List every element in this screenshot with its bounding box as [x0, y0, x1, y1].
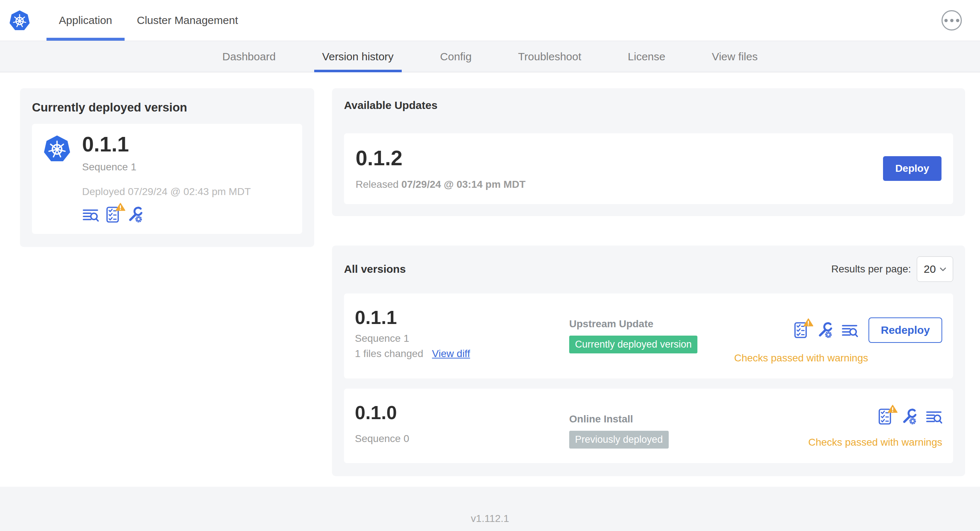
- status-badge: Currently deployed version: [569, 335, 697, 353]
- config-icon[interactable]: [817, 322, 834, 339]
- checks-status-text: Checks passed with warnings: [734, 352, 868, 364]
- results-per-page-select[interactable]: 20: [917, 256, 953, 282]
- ellipsis-icon: [944, 19, 948, 22]
- all-versions-title: All versions: [344, 263, 406, 275]
- redeploy-button[interactable]: Redeploy: [869, 318, 942, 343]
- currently-deployed-title: Currently deployed version: [32, 100, 302, 114]
- config-icon[interactable]: [901, 408, 918, 425]
- app-logo: [9, 0, 30, 41]
- warning-icon: [803, 318, 813, 327]
- update-released-line: Released 07/29/24 @ 03:14 pm MDT: [356, 179, 526, 190]
- config-icon[interactable]: [127, 206, 144, 223]
- current-version-sequence: Sequence 1: [82, 161, 251, 173]
- top-bar: Application Cluster Management: [0, 0, 980, 41]
- preflight-checks-warning-icon[interactable]: [105, 206, 121, 223]
- row-sequence: Sequence 1: [355, 333, 569, 344]
- tab-config[interactable]: Config: [432, 41, 480, 72]
- checks-status-text: Checks passed with warnings: [808, 437, 942, 448]
- warning-icon: [888, 404, 897, 413]
- tab-application[interactable]: Application: [46, 0, 124, 41]
- top-tabs: Application Cluster Management: [46, 0, 250, 41]
- files-changed-label: 1 files changed: [355, 348, 423, 359]
- tab-application-label: Application: [59, 14, 112, 27]
- row-version-number: 0.1.0: [355, 403, 569, 422]
- tab-view-files[interactable]: View files: [704, 41, 766, 72]
- tab-dashboard[interactable]: Dashboard: [214, 41, 284, 72]
- tab-license[interactable]: License: [620, 41, 673, 72]
- tab-version-history[interactable]: Version history: [314, 41, 402, 72]
- console-version: v1.112.1: [471, 513, 509, 531]
- chevron-down-icon: [938, 264, 948, 274]
- logs-icon[interactable]: [926, 408, 942, 425]
- logs-icon[interactable]: [82, 206, 99, 223]
- version-row: 0.1.1 Sequence 1 1 files changed View di…: [344, 294, 953, 378]
- app-subnav: Dashboard Version history Config Trouble…: [0, 41, 980, 72]
- current-version-deployed-date: Deployed 07/29/24 @ 02:43 pm MDT: [82, 186, 251, 197]
- version-source-label: Online Install: [569, 413, 669, 425]
- version-row: 0.1.0 Sequence 0 Online Install Previous…: [344, 389, 953, 463]
- row-version-number: 0.1.1: [355, 308, 569, 327]
- more-options-button[interactable]: [942, 10, 962, 30]
- logs-icon[interactable]: [841, 322, 858, 339]
- tab-troubleshoot[interactable]: Troubleshoot: [510, 41, 589, 72]
- tab-cluster-management[interactable]: Cluster Management: [124, 0, 250, 41]
- deploy-button[interactable]: Deploy: [883, 156, 942, 181]
- row-sequence: Sequence 0: [355, 433, 569, 445]
- tab-cluster-management-label: Cluster Management: [137, 14, 238, 27]
- update-version-number: 0.1.2: [356, 147, 526, 169]
- available-updates-card: Available Updates 0.1.2 Released 07/29/2…: [332, 88, 965, 216]
- page-footer: v1.112.1: [0, 487, 980, 531]
- preflight-checks-warning-icon[interactable]: [877, 408, 894, 425]
- preflight-checks-warning-icon[interactable]: [792, 322, 809, 339]
- available-update-row: 0.1.2 Released 07/29/24 @ 03:14 pm MDT D…: [344, 133, 953, 204]
- warning-icon: [116, 202, 125, 211]
- kubernetes-app-icon: [43, 134, 71, 163]
- status-badge: Previously deployed: [569, 431, 669, 448]
- available-updates-title: Available Updates: [344, 99, 953, 111]
- kubernetes-logo-icon: [9, 9, 30, 32]
- version-source-label: Upstream Update: [569, 318, 697, 330]
- currently-deployed-card: Currently deployed version 0.1.1 Sequenc…: [20, 88, 314, 247]
- all-versions-card: All versions Results per page: 20 0.1.1 …: [332, 245, 965, 476]
- view-diff-link[interactable]: View diff: [432, 348, 470, 359]
- currently-deployed-inner: 0.1.1 Sequence 1 Deployed 07/29/24 @ 02:…: [32, 124, 302, 234]
- main-content: Currently deployed version 0.1.1 Sequenc…: [0, 72, 980, 487]
- results-per-page-label: Results per page:: [831, 263, 911, 275]
- current-version-number: 0.1.1: [82, 133, 251, 156]
